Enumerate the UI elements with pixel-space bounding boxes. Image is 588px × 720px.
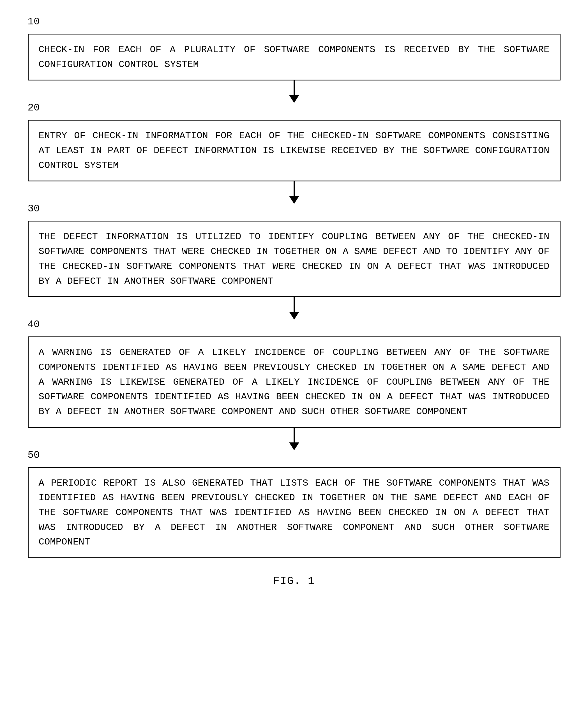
step-50-wrapper: 50 A PERIODIC REPORT IS ALSO GENERATED T… (28, 450, 561, 558)
arrow-4-head (289, 442, 299, 450)
step-20-wrapper: 20 ENTRY OF CHECK-IN INFORMATION FOR EAC… (28, 103, 561, 182)
step-20-label: 20 (28, 103, 40, 113)
arrow-2 (28, 182, 561, 204)
arrow-3 (28, 297, 561, 320)
step-50-box: A PERIODIC REPORT IS ALSO GENERATED THAT… (28, 467, 561, 558)
step-30-label: 30 (28, 204, 40, 214)
arrow-4-line (294, 428, 295, 445)
diagram-container: 10 CHECK-IN FOR EACH OF A PLURALITY OF S… (28, 17, 561, 587)
step-40-wrapper: 40 A WARNING IS GENERATED OF A LIKELY IN… (28, 320, 561, 428)
step-10-label: 10 (28, 17, 40, 27)
arrow-1 (28, 81, 561, 103)
step-50-label: 50 (28, 450, 40, 460)
step-10-box: CHECK-IN FOR EACH OF A PLURALITY OF SOFT… (28, 34, 561, 81)
step-30-box: THE DEFECT INFORMATION IS UTILIZED TO ID… (28, 221, 561, 297)
arrow-2-head (289, 196, 299, 204)
arrow-3-head (289, 312, 299, 320)
arrow-2-line (294, 182, 295, 198)
arrow-1-head (289, 95, 299, 103)
arrow-4 (28, 428, 561, 450)
step-40-box: A WARNING IS GENERATED OF A LIKELY INCID… (28, 336, 561, 428)
step-40-label: 40 (28, 320, 40, 330)
step-20-box: ENTRY OF CHECK-IN INFORMATION FOR EACH O… (28, 120, 561, 182)
step-10-wrapper: 10 CHECK-IN FOR EACH OF A PLURALITY OF S… (28, 17, 561, 81)
figure-label: FIG. 1 (273, 575, 315, 587)
arrow-3-line (294, 297, 295, 314)
arrow-1-line (294, 81, 295, 97)
step-30-wrapper: 30 THE DEFECT INFORMATION IS UTILIZED TO… (28, 204, 561, 297)
